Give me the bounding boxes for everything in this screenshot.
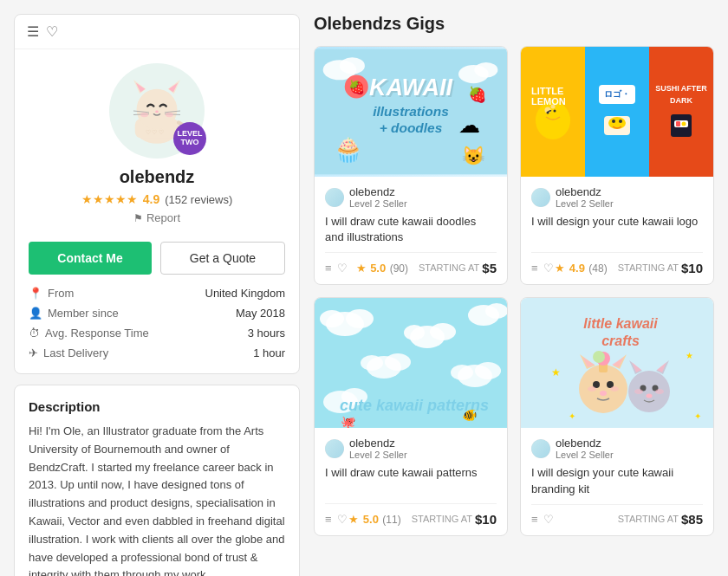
svg-point-12	[140, 113, 148, 117]
gig-footer-icons-1: ≡ ♡	[325, 262, 348, 275]
svg-text:🧁: 🧁	[334, 135, 363, 164]
seller-level-2: Level 2 Seller	[556, 198, 614, 209]
detail-from: 📍 From United Kingdom	[29, 287, 285, 300]
svg-text:😺: 😺	[462, 145, 485, 167]
svg-point-56	[361, 355, 383, 371]
heart-icon[interactable]: ♡	[46, 23, 58, 40]
gig-card-4[interactable]: little kawaii crafts	[520, 297, 714, 536]
svg-point-39	[612, 120, 615, 123]
svg-point-44	[681, 121, 686, 126]
gig-card-3[interactable]: cute kawaii patterns 🐠 🐙 olebendz Level	[314, 297, 508, 536]
svg-point-34	[554, 110, 556, 113]
svg-text:LEMON: LEMON	[531, 96, 566, 107]
hamburger-small-icon-1[interactable]: ≡	[325, 262, 332, 275]
gig-footer-left-4: ≡ ♡	[531, 513, 554, 526]
rating-score: 4.9	[143, 192, 159, 206]
report-button[interactable]: ⚑ Report	[133, 211, 180, 224]
delivery-icon: ✈	[29, 346, 38, 359]
price-1: $5	[482, 261, 497, 275]
gig-price-section-4: STARTING AT $85	[618, 512, 703, 527]
header-icons: ☰ ♡	[27, 23, 58, 40]
gig-footer-icons-2: ≡ ♡	[531, 262, 554, 275]
starting-at-label-4: STARTING AT	[618, 514, 679, 524]
person-icon: 👤	[29, 307, 42, 320]
last-delivery-value: 1 hour	[253, 346, 285, 359]
contact-me-button[interactable]: Contact Me	[29, 242, 152, 275]
seller-name-3: olebendz	[349, 437, 407, 450]
get-quote-button[interactable]: Get a Quote	[160, 242, 285, 275]
profile-card: ☰ ♡	[14, 14, 300, 374]
svg-point-53	[485, 303, 507, 319]
rating-reviews: (152 reviews)	[165, 193, 232, 206]
kawaii-patterns-illustration: cute kawaii patterns 🐠 🐙	[315, 298, 507, 428]
svg-text:🐙: 🐙	[341, 415, 356, 428]
heart-small-icon-2[interactable]: ♡	[543, 262, 554, 275]
starting-at-label-3: STARTING AT	[412, 514, 472, 524]
svg-text:★: ★	[551, 366, 561, 379]
svg-text:✦: ✦	[694, 411, 701, 421]
seller-avatar-small-1	[325, 188, 344, 207]
seller-name-4: olebendz	[556, 437, 614, 450]
heart-small-icon-4[interactable]: ♡	[543, 513, 554, 526]
svg-point-38	[608, 117, 626, 129]
gig-thumbnail-2: LITTLE LEMON ロゴ・	[521, 47, 713, 177]
kawaii-branding-illustration: little kawaii crafts	[521, 298, 713, 428]
gig-rating-count-1: (90)	[390, 262, 408, 275]
svg-point-51	[404, 325, 425, 340]
hamburger-icon[interactable]: ☰	[27, 23, 39, 40]
gig-footer-icons-4: ≡ ♡	[531, 513, 554, 526]
profile-details: 📍 From United Kingdom 👤 Member since May…	[15, 275, 299, 359]
svg-text:✦: ✦	[569, 411, 575, 421]
price-2: $10	[681, 261, 703, 275]
seller-level-4: Level 2 Seller	[556, 450, 614, 460]
svg-point-89	[634, 389, 643, 394]
gig-title-1: I will draw cute kawaii doodles and illu…	[325, 214, 497, 245]
svg-point-2	[137, 89, 178, 130]
svg-text:+ doodles: + doodles	[380, 120, 443, 135]
gig-info-3: olebendz Level 2 Seller I will draw cute…	[315, 428, 507, 535]
starting-at-label-1: STARTING AT	[419, 262, 479, 273]
gig-thumb-cell-sushi: SUSHI AFTER DARK	[649, 47, 713, 177]
gig-rating-count-3: (11)	[382, 514, 400, 526]
heart-small-icon-3[interactable]: ♡	[337, 513, 348, 526]
svg-text:♡ ♡ ♡: ♡ ♡ ♡	[146, 128, 165, 136]
clock-icon: ⏱	[29, 327, 40, 340]
rating-row: ★★★★★ 4.9 (152 reviews)	[81, 192, 233, 206]
heart-small-icon-1[interactable]: ♡	[337, 262, 348, 275]
gig-thumbnail-3: cute kawaii patterns 🐠 🐙	[315, 298, 507, 428]
gig-price-section-2: ★ 4.9 (48) STARTING AT $10	[555, 260, 703, 275]
gig-seller-row-4: olebendz Level 2 Seller	[531, 437, 703, 460]
gig-footer-left-3: ≡ ♡	[325, 513, 348, 526]
hamburger-small-icon-3[interactable]: ≡	[325, 513, 332, 526]
starting-at-label-2: STARTING AT	[618, 262, 679, 273]
username: olebendz	[120, 167, 195, 187]
kawaii-doodles-illustration: KAWAII illustrations + doodles 🍓 🧁 ☁ 🍓	[315, 47, 507, 177]
gig-price-section-3: ★ 5.0 (11) STARTING AT $10	[348, 511, 497, 527]
seller-level-3: Level 2 Seller	[349, 450, 407, 460]
gig-card-1[interactable]: KAWAII illustrations + doodles 🍓 🧁 ☁ 🍓	[314, 46, 508, 285]
svg-text:crafts: crafts	[601, 333, 640, 348]
detail-response-time: ⏱ Avg. Response Time 3 hours	[29, 327, 285, 340]
svg-text:illustrations: illustrations	[373, 104, 449, 119]
hamburger-small-icon-4[interactable]: ≡	[531, 513, 538, 526]
gig-rating-3: 5.0	[363, 513, 379, 526]
svg-point-80	[593, 351, 605, 363]
gig-card-2[interactable]: LITTLE LEMON ロゴ・	[520, 46, 714, 285]
svg-point-33	[547, 112, 549, 114]
svg-point-7	[155, 111, 159, 113]
svg-point-59	[451, 365, 473, 380]
hamburger-small-icon-2[interactable]: ≡	[531, 262, 538, 275]
response-time-label: Avg. Response Time	[45, 327, 149, 340]
gig-footer-3: ≡ ♡ ★ 5.0 (11) STARTING AT	[325, 503, 497, 527]
svg-point-88	[647, 394, 653, 398]
profile-avatar-section: ♡ ♡ ♡ LEVEL TWO olebendz ★★★★★ 4.9 (152 …	[15, 49, 299, 231]
from-label: From	[48, 287, 74, 300]
gig-footer-1: ≡ ♡ ★ 5.0 (90) STARTING AT	[325, 252, 497, 275]
gig-price-section-1: ★ 5.0 (90) STARTING AT $5	[356, 260, 497, 275]
seller-avatar-small-3	[325, 439, 344, 458]
member-since-value: May 2018	[236, 307, 285, 320]
left-panel: ☰ ♡	[14, 14, 300, 576]
svg-point-90	[655, 389, 664, 394]
gig-footer-left-2: ≡ ♡	[531, 262, 554, 275]
svg-rect-43	[676, 121, 680, 126]
